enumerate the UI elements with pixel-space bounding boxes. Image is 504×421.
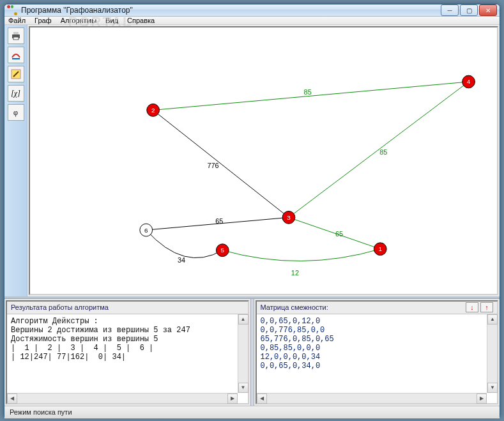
tool-arc[interactable]	[8, 47, 24, 63]
scroll-left-icon[interactable]: ◀	[257, 394, 267, 404]
vertical-splitter[interactable]	[250, 299, 254, 406]
graph-edge	[289, 82, 469, 217]
results-header: Результата работы алгоритма	[7, 302, 248, 314]
menu-file[interactable]: Файл	[8, 17, 26, 24]
matrix-scroll-h[interactable]: ◀ ▶	[257, 393, 487, 403]
results-scroll-h[interactable]: ◀ ▶	[7, 393, 238, 403]
menu-graph[interactable]: Граф	[34, 17, 52, 24]
matrix-header: Матрица смежности: ↓ ↑	[257, 302, 498, 314]
edge-weight: 65	[215, 217, 223, 225]
results-title: Результата работы алгоритма	[11, 303, 109, 311]
tool-print[interactable]	[8, 27, 24, 44]
node-label: 6	[144, 227, 148, 234]
node-label: 2	[151, 107, 155, 114]
graph-edge	[146, 230, 223, 257]
close-button[interactable]: ✕	[479, 4, 497, 16]
results-panel: Результата работы алгоритма Алгоритм Дей…	[6, 300, 249, 404]
graph-edge	[153, 82, 469, 110]
statusbar: Режим поиска пути	[4, 406, 500, 418]
matrix-down-button[interactable]: ↓	[466, 302, 478, 312]
edge-weight: 85	[379, 148, 387, 156]
app-icon	[7, 5, 17, 15]
status-text: Режим поиска пути	[10, 408, 72, 416]
minimize-button[interactable]: ─	[441, 4, 459, 16]
scroll-down-icon[interactable]: ▼	[487, 383, 498, 393]
menu-view[interactable]: Вид	[105, 17, 118, 24]
edge-weight: 12	[291, 269, 299, 277]
graph-svg: 858577665653412123456	[30, 27, 497, 294]
scroll-right-icon[interactable]: ▶	[477, 394, 487, 404]
titlebar[interactable]: Программа "Графоанализатор" ─ ▢ ✕	[4, 4, 500, 17]
matrix-up-button[interactable]: ↑	[480, 302, 493, 312]
matrix-scroll-v[interactable]: ▲ ▼	[487, 314, 497, 393]
results-body[interactable]: Алгоритм Дейкстры : Вершины 2 достижима …	[7, 314, 248, 364]
edge-weight: 34	[178, 256, 185, 264]
results-scroll-v[interactable]: ▲ ▼	[238, 314, 248, 393]
graph-edge	[222, 249, 380, 261]
menu-help[interactable]: Справка	[127, 17, 155, 24]
printer-icon	[11, 31, 21, 41]
graph-edge	[289, 217, 380, 249]
scroll-left-icon[interactable]: ◀	[7, 394, 17, 404]
maximize-button[interactable]: ▢	[460, 4, 478, 16]
node-label: 5	[221, 247, 225, 254]
edge-weight: 776	[207, 162, 218, 169]
menu-algorithms[interactable]: Алгоритмы	[61, 17, 96, 24]
app-window: Программа "Графоанализатор" ─ ▢ ✕ Файл Г…	[4, 4, 500, 417]
graph-canvas[interactable]: 858577665653412123456	[29, 26, 498, 295]
wand-icon	[11, 69, 21, 79]
matrix-panel: Матрица смежности: ↓ ↑ 0,0,65,0,12,0 0,0…	[256, 300, 499, 404]
arc-icon	[11, 50, 21, 60]
graph-edge	[153, 110, 289, 217]
node-label: 3	[287, 214, 291, 221]
scroll-up-icon[interactable]: ▲	[487, 314, 498, 325]
svg-rect-1	[13, 32, 19, 34]
matrix-body[interactable]: 0,0,65,0,12,0 0,0,776,85,0,0 65,776,0,85…	[257, 314, 498, 373]
menubar: Файл Граф Алгоритмы Вид Справка PORTAL w…	[4, 17, 500, 25]
edge-weight: 65	[335, 230, 343, 238]
tool-phi[interactable]: φ	[8, 104, 24, 121]
scroll-right-icon[interactable]: ▶	[227, 394, 238, 404]
scroll-up-icon[interactable]: ▲	[238, 314, 248, 325]
svg-rect-2	[13, 37, 19, 40]
scroll-down-icon[interactable]: ▼	[238, 383, 248, 393]
tool-chi[interactable]: [χ]	[8, 85, 24, 102]
tool-wand[interactable]	[8, 66, 24, 82]
window-title: Программа "Графоанализатор"	[21, 6, 133, 15]
node-label: 4	[467, 78, 471, 85]
matrix-title: Матрица смежности:	[261, 303, 328, 311]
toolbar: [χ] φ	[4, 25, 27, 296]
edge-weight: 85	[304, 88, 312, 96]
node-label: 1	[379, 245, 382, 252]
